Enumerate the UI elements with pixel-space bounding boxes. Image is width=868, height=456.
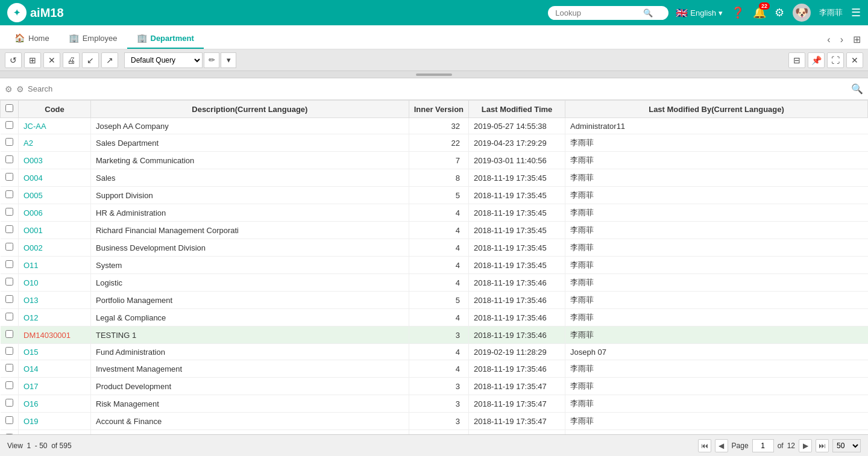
row-checkbox[interactable] — [5, 173, 13, 181]
row-checkbox[interactable] — [5, 260, 13, 268]
row-checkbox[interactable] — [5, 190, 13, 198]
row-checkbox[interactable] — [5, 278, 13, 286]
row-time: 2018-11-19 17:35:45 — [469, 187, 565, 204]
row-description: HR & Administration — [91, 204, 409, 222]
header-description[interactable]: Description(Current Language) — [91, 101, 409, 118]
tab-department[interactable]: 🏢 Department — [127, 28, 204, 49]
page-first-button[interactable]: ⏮ — [698, 439, 711, 452]
language-selector[interactable]: 🇬🇧 English ▾ — [676, 7, 723, 19]
row-checkbox[interactable] — [5, 347, 13, 355]
nav-forward-icon[interactable]: › — [838, 33, 846, 46]
nav-back-icon[interactable]: ‹ — [825, 33, 832, 46]
app-name: aiM18 — [30, 6, 64, 20]
table-row[interactable]: O15Fund Administration42019-02-19 11:28:… — [1, 344, 868, 360]
close-button[interactable]: ✕ — [43, 52, 60, 68]
row-checkbox[interactable] — [5, 381, 13, 389]
table-row[interactable]: O006HR & Administration42018-11-19 17:35… — [1, 204, 868, 222]
row-checkbox[interactable] — [5, 364, 13, 372]
row-checkbox-cell — [1, 309, 19, 326]
row-by: 李雨菲 — [565, 222, 868, 239]
print-button[interactable]: 🖨 — [63, 52, 80, 68]
table-row[interactable]: O13Portfolio Management52018-11-19 17:35… — [1, 292, 868, 309]
fullscreen-button[interactable]: ⛶ — [827, 52, 844, 68]
search-gear2-icon[interactable]: ⚙ — [16, 84, 24, 94]
row-checkbox[interactable] — [5, 225, 13, 233]
header-version[interactable]: Inner Version — [409, 101, 468, 118]
settings-icon[interactable]: ⚙ — [775, 6, 784, 19]
table-row[interactable]: O002Business Development Division42018-1… — [1, 239, 868, 257]
tab-employee[interactable]: 🏢 Employee — [59, 28, 127, 49]
nav-layers-icon[interactable]: ⊞ — [851, 33, 863, 46]
notification-icon[interactable]: 🔔 22 — [753, 6, 766, 19]
row-checkbox[interactable] — [5, 434, 13, 434]
row-checkbox-cell — [1, 378, 19, 395]
row-time: 2018-11-19 17:35:45 — [469, 222, 565, 239]
page-last-button[interactable]: ⏭ — [816, 439, 829, 452]
table-row[interactable]: O14Investment Management42018-11-19 17:3… — [1, 360, 868, 378]
table-row[interactable]: JC-AAJoseph AA Company322019-05-27 14:55… — [1, 118, 868, 134]
toolbar-right: ⊟ 📌 ⛶ ✕ — [788, 52, 863, 68]
menu-icon[interactable]: ☰ — [851, 6, 861, 19]
row-description: Richard Financial Management Corporati — [91, 222, 409, 239]
header-time[interactable]: Last Modified Time — [469, 101, 565, 118]
row-time: 2018-11-19 17:35:46 — [469, 274, 565, 292]
query-edit-button[interactable]: ✏ — [204, 52, 219, 68]
table-row[interactable]: O16Risk Management32018-11-19 17:35:47李雨… — [1, 395, 868, 413]
table-row[interactable]: O003Marketing & Communication72019-03-01… — [1, 152, 868, 169]
page-next-button[interactable]: ▶ — [799, 439, 812, 452]
import-button[interactable]: ↙ — [82, 52, 99, 68]
tab-home[interactable]: 🏠 Home — [5, 28, 59, 49]
row-checkbox[interactable] — [5, 313, 13, 320]
row-checkbox[interactable] — [5, 121, 13, 129]
table-row[interactable]: A2Sales Department222019-04-23 17:29:29李… — [1, 134, 868, 152]
row-time: 2019-04-23 17:29:29 — [469, 134, 565, 152]
global-search-input[interactable] — [555, 8, 640, 17]
close-panel-button[interactable]: ✕ — [846, 52, 863, 68]
table-row[interactable]: O11System42018-11-19 17:35:45李雨菲 — [1, 257, 868, 274]
header-check[interactable] — [1, 101, 19, 118]
query-more-button[interactable]: ▾ — [221, 52, 236, 68]
global-search-box[interactable]: 🔍 — [548, 6, 668, 20]
table-row[interactable]: DM14030001TESTING 132018-11-19 17:35:46李… — [1, 326, 868, 344]
export-button[interactable]: ↗ — [101, 52, 118, 68]
table-row[interactable]: O17Product Development32018-11-19 17:35:… — [1, 378, 868, 395]
row-description: Logistic — [91, 274, 409, 292]
select-all-checkbox[interactable] — [5, 104, 13, 112]
refresh-button[interactable]: ↺ — [5, 52, 22, 68]
collapse-handle[interactable] — [0, 71, 868, 78]
row-description: Investment Management — [91, 360, 409, 378]
row-checkbox[interactable] — [5, 399, 13, 407]
user-name[interactable]: 李雨菲 — [819, 7, 843, 18]
table-row[interactable]: O19Account & Finance32018-11-19 17:35:47… — [1, 413, 868, 430]
row-by: 李雨菲 — [565, 169, 868, 187]
page-input[interactable] — [752, 439, 774, 452]
table-row[interactable]: O08Administration32018-11-19 17:35:47李雨菲 — [1, 430, 868, 435]
row-checkbox[interactable] — [5, 155, 13, 163]
table-row[interactable]: O004Sales82018-11-19 17:35:45李雨菲 — [1, 169, 868, 187]
row-checkbox[interactable] — [5, 416, 13, 424]
table-row[interactable]: O005Support Division52018-11-19 17:35:45… — [1, 187, 868, 204]
search-settings-icon[interactable]: ⚙ — [5, 84, 13, 94]
search-submit-icon[interactable]: 🔍 — [851, 83, 863, 95]
page-prev-button[interactable]: ◀ — [715, 439, 728, 452]
query-select[interactable]: Default Query — [124, 52, 203, 68]
header-code[interactable]: Code — [19, 101, 91, 118]
row-time: 2018-11-19 17:35:45 — [469, 169, 565, 187]
header-by[interactable]: Last Modified By(Current Language) — [565, 101, 868, 118]
logo-area: ✦ aiM18 — [7, 3, 104, 22]
table-row[interactable]: O10Logistic42018-11-19 17:35:46李雨菲 — [1, 274, 868, 292]
page-size-select[interactable]: 50 100 200 — [832, 439, 861, 452]
panel-toggle-button[interactable]: ⊟ — [788, 52, 805, 68]
table-row[interactable]: O001Richard Financial Management Corpora… — [1, 222, 868, 239]
row-checkbox[interactable] — [5, 330, 13, 338]
help-icon[interactable]: ❓ — [731, 6, 744, 19]
row-checkbox[interactable] — [5, 138, 13, 146]
grid-button[interactable]: ⊞ — [24, 52, 41, 68]
row-checkbox[interactable] — [5, 208, 13, 216]
pin-button[interactable]: 📌 — [808, 52, 825, 68]
search-input[interactable] — [28, 84, 848, 93]
row-checkbox[interactable] — [5, 295, 13, 303]
tab-department-label: Department — [151, 34, 194, 43]
table-row[interactable]: O12Legal & Compliance42018-11-19 17:35:4… — [1, 309, 868, 326]
row-checkbox[interactable] — [5, 243, 13, 251]
